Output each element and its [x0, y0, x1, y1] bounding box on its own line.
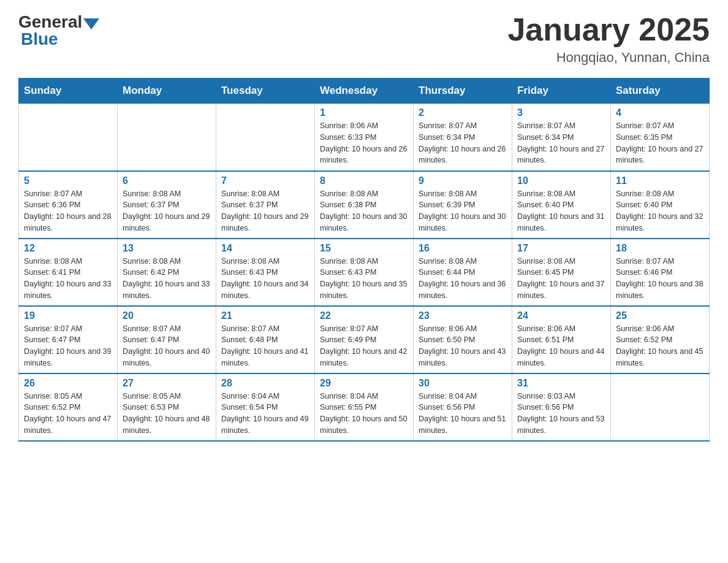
day-number: 26	[24, 378, 112, 389]
calendar-cell	[216, 104, 315, 171]
calendar-cell: 13Sunrise: 8:08 AM Sunset: 6:42 PM Dayli…	[118, 239, 216, 306]
calendar-week-row: 5Sunrise: 8:07 AM Sunset: 6:36 PM Daylig…	[19, 171, 710, 239]
day-number: 18	[616, 243, 704, 254]
calendar-cell: 10Sunrise: 8:08 AM Sunset: 6:40 PM Dayli…	[512, 171, 611, 239]
month-title: January 2025	[507, 12, 710, 47]
day-info: Sunrise: 8:07 AM Sunset: 6:48 PM Dayligh…	[221, 323, 309, 369]
day-info: Sunrise: 8:08 AM Sunset: 6:40 PM Dayligh…	[616, 188, 704, 234]
title-section: January 2025 Hongqiao, Yunnan, China	[507, 12, 710, 66]
page-header: General Blue January 2025 Hongqiao, Yunn…	[18, 12, 710, 66]
day-info: Sunrise: 8:04 AM Sunset: 6:54 PM Dayligh…	[221, 391, 309, 437]
day-number: 22	[320, 310, 408, 321]
day-number: 3	[517, 107, 605, 118]
day-number: 25	[616, 310, 704, 321]
calendar-cell: 7Sunrise: 8:08 AM Sunset: 6:37 PM Daylig…	[216, 171, 315, 239]
day-info: Sunrise: 8:07 AM Sunset: 6:34 PM Dayligh…	[419, 120, 507, 166]
calendar-cell	[118, 104, 216, 171]
day-number: 28	[221, 378, 309, 389]
calendar-cell: 5Sunrise: 8:07 AM Sunset: 6:36 PM Daylig…	[19, 171, 118, 239]
calendar-cell: 24Sunrise: 8:06 AM Sunset: 6:51 PM Dayli…	[512, 306, 611, 373]
calendar-cell: 6Sunrise: 8:08 AM Sunset: 6:37 PM Daylig…	[118, 171, 216, 239]
logo-blue: Blue	[18, 29, 99, 49]
day-info: Sunrise: 8:06 AM Sunset: 6:33 PM Dayligh…	[320, 120, 408, 166]
calendar-cell: 8Sunrise: 8:08 AM Sunset: 6:38 PM Daylig…	[315, 171, 414, 239]
day-number: 11	[616, 175, 704, 186]
day-info: Sunrise: 8:08 AM Sunset: 6:38 PM Dayligh…	[320, 188, 408, 234]
calendar-cell: 22Sunrise: 8:07 AM Sunset: 6:49 PM Dayli…	[315, 306, 414, 373]
day-number: 4	[616, 107, 704, 118]
day-info: Sunrise: 8:08 AM Sunset: 6:42 PM Dayligh…	[123, 256, 211, 302]
calendar-cell: 28Sunrise: 8:04 AM Sunset: 6:54 PM Dayli…	[216, 373, 315, 441]
calendar-cell: 1Sunrise: 8:06 AM Sunset: 6:33 PM Daylig…	[315, 104, 414, 171]
calendar-cell	[611, 373, 710, 441]
calendar-cell: 27Sunrise: 8:05 AM Sunset: 6:53 PM Dayli…	[118, 373, 216, 441]
calendar-cell: 11Sunrise: 8:08 AM Sunset: 6:40 PM Dayli…	[611, 171, 710, 239]
day-number: 19	[24, 310, 112, 321]
day-info: Sunrise: 8:08 AM Sunset: 6:40 PM Dayligh…	[517, 188, 605, 234]
calendar-cell: 19Sunrise: 8:07 AM Sunset: 6:47 PM Dayli…	[19, 306, 118, 373]
day-number: 10	[517, 175, 605, 186]
day-header-thursday: Thursday	[414, 79, 512, 104]
day-info: Sunrise: 8:04 AM Sunset: 6:55 PM Dayligh…	[320, 391, 408, 437]
day-number: 9	[419, 175, 507, 186]
location-title: Hongqiao, Yunnan, China	[507, 50, 710, 66]
calendar-cell: 30Sunrise: 8:04 AM Sunset: 6:56 PM Dayli…	[414, 373, 512, 441]
day-number: 23	[419, 310, 507, 321]
day-number: 16	[419, 243, 507, 254]
day-number: 2	[419, 107, 507, 118]
calendar-cell: 2Sunrise: 8:07 AM Sunset: 6:34 PM Daylig…	[414, 104, 512, 171]
day-info: Sunrise: 8:07 AM Sunset: 6:46 PM Dayligh…	[616, 256, 704, 302]
day-info: Sunrise: 8:05 AM Sunset: 6:53 PM Dayligh…	[123, 391, 211, 437]
day-number: 14	[221, 243, 309, 254]
day-header-wednesday: Wednesday	[315, 79, 414, 104]
day-number: 15	[320, 243, 408, 254]
day-info: Sunrise: 8:07 AM Sunset: 6:49 PM Dayligh…	[320, 323, 408, 369]
day-number: 12	[24, 243, 112, 254]
calendar-cell: 3Sunrise: 8:07 AM Sunset: 6:34 PM Daylig…	[512, 104, 611, 171]
day-info: Sunrise: 8:06 AM Sunset: 6:51 PM Dayligh…	[517, 323, 605, 369]
day-info: Sunrise: 8:08 AM Sunset: 6:39 PM Dayligh…	[419, 188, 507, 234]
day-info: Sunrise: 8:08 AM Sunset: 6:43 PM Dayligh…	[320, 256, 408, 302]
day-info: Sunrise: 8:07 AM Sunset: 6:34 PM Dayligh…	[517, 120, 605, 166]
day-header-sunday: Sunday	[19, 79, 118, 104]
day-number: 20	[123, 310, 211, 321]
calendar-cell: 9Sunrise: 8:08 AM Sunset: 6:39 PM Daylig…	[414, 171, 512, 239]
day-number: 30	[419, 378, 507, 389]
day-number: 13	[123, 243, 211, 254]
day-header-tuesday: Tuesday	[216, 79, 315, 104]
calendar-cell: 14Sunrise: 8:08 AM Sunset: 6:43 PM Dayli…	[216, 239, 315, 306]
calendar-cell: 25Sunrise: 8:06 AM Sunset: 6:52 PM Dayli…	[611, 306, 710, 373]
day-info: Sunrise: 8:07 AM Sunset: 6:47 PM Dayligh…	[24, 323, 112, 369]
day-info: Sunrise: 8:08 AM Sunset: 6:43 PM Dayligh…	[221, 256, 309, 302]
calendar-week-row: 26Sunrise: 8:05 AM Sunset: 6:52 PM Dayli…	[19, 373, 710, 441]
day-info: Sunrise: 8:07 AM Sunset: 6:36 PM Dayligh…	[24, 188, 112, 234]
day-info: Sunrise: 8:08 AM Sunset: 6:45 PM Dayligh…	[517, 256, 605, 302]
day-header-monday: Monday	[118, 79, 216, 104]
day-info: Sunrise: 8:04 AM Sunset: 6:56 PM Dayligh…	[419, 391, 507, 437]
logo: General Blue	[18, 12, 99, 49]
day-number: 21	[221, 310, 309, 321]
day-info: Sunrise: 8:07 AM Sunset: 6:47 PM Dayligh…	[123, 323, 211, 369]
day-info: Sunrise: 8:03 AM Sunset: 6:56 PM Dayligh…	[517, 391, 605, 437]
day-number: 17	[517, 243, 605, 254]
day-header-saturday: Saturday	[611, 79, 710, 104]
day-info: Sunrise: 8:08 AM Sunset: 6:41 PM Dayligh…	[24, 256, 112, 302]
calendar-week-row: 12Sunrise: 8:08 AM Sunset: 6:41 PM Dayli…	[19, 239, 710, 306]
day-number: 1	[320, 107, 408, 118]
day-number: 5	[24, 175, 112, 186]
calendar-body: 1Sunrise: 8:06 AM Sunset: 6:33 PM Daylig…	[19, 104, 710, 441]
calendar-cell: 17Sunrise: 8:08 AM Sunset: 6:45 PM Dayli…	[512, 239, 611, 306]
calendar-cell: 21Sunrise: 8:07 AM Sunset: 6:48 PM Dayli…	[216, 306, 315, 373]
calendar-cell: 16Sunrise: 8:08 AM Sunset: 6:44 PM Dayli…	[414, 239, 512, 306]
calendar-cell: 23Sunrise: 8:06 AM Sunset: 6:50 PM Dayli…	[414, 306, 512, 373]
calendar-cell: 20Sunrise: 8:07 AM Sunset: 6:47 PM Dayli…	[118, 306, 216, 373]
calendar-cell: 26Sunrise: 8:05 AM Sunset: 6:52 PM Dayli…	[19, 373, 118, 441]
day-info: Sunrise: 8:08 AM Sunset: 6:44 PM Dayligh…	[419, 256, 507, 302]
calendar-cell: 29Sunrise: 8:04 AM Sunset: 6:55 PM Dayli…	[315, 373, 414, 441]
day-number: 8	[320, 175, 408, 186]
day-header-friday: Friday	[512, 79, 611, 104]
day-number: 6	[123, 175, 211, 186]
day-info: Sunrise: 8:07 AM Sunset: 6:35 PM Dayligh…	[616, 120, 704, 166]
day-info: Sunrise: 8:06 AM Sunset: 6:52 PM Dayligh…	[616, 323, 704, 369]
calendar-cell	[19, 104, 118, 171]
